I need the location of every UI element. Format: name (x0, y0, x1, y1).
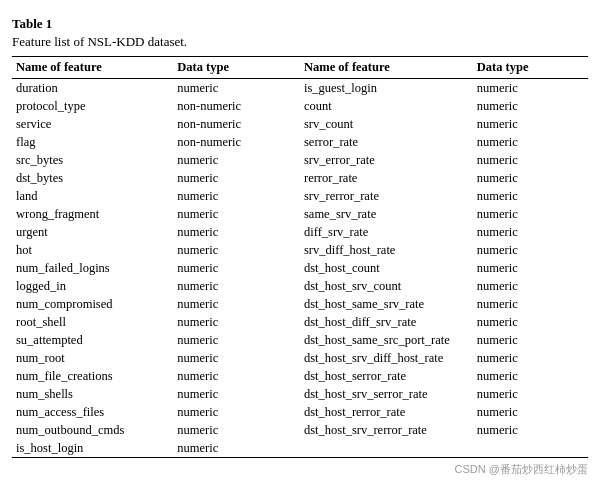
cell-r7-c2: same_srv_rate (300, 205, 473, 223)
cell-r13-c0: root_shell (12, 313, 173, 331)
cell-r18-c2: dst_host_rerror_rate (300, 403, 473, 421)
table-row: num_rootnumericdst_host_srv_diff_host_ra… (12, 349, 588, 367)
table-row: flagnon-numericserror_ratenumeric (12, 133, 588, 151)
cell-r0-c0: duration (12, 79, 173, 98)
watermark: CSDN @番茄炒西红柿炒蛋 (12, 462, 588, 477)
cell-r2-c3: numeric (473, 115, 588, 133)
cell-r12-c0: num_compromised (12, 295, 173, 313)
cell-r5-c2: rerror_rate (300, 169, 473, 187)
cell-r16-c1: numeric (173, 367, 300, 385)
table-header-row: Name of feature Data type Name of featur… (12, 57, 588, 79)
cell-r18-c0: num_access_files (12, 403, 173, 421)
table-row: num_failed_loginsnumericdst_host_countnu… (12, 259, 588, 277)
table-row: num_compromisednumericdst_host_same_srv_… (12, 295, 588, 313)
cell-r10-c3: numeric (473, 259, 588, 277)
cell-r15-c2: dst_host_srv_diff_host_rate (300, 349, 473, 367)
table-row: logged_innumericdst_host_srv_countnumeri… (12, 277, 588, 295)
cell-r4-c1: numeric (173, 151, 300, 169)
table-row: num_access_filesnumericdst_host_rerror_r… (12, 403, 588, 421)
feature-table: Name of feature Data type Name of featur… (12, 56, 588, 458)
cell-r14-c0: su_attempted (12, 331, 173, 349)
header-col2: Data type (173, 57, 300, 79)
cell-r1-c3: numeric (473, 97, 588, 115)
table-row: num_file_creationsnumericdst_host_serror… (12, 367, 588, 385)
cell-r6-c2: srv_rerror_rate (300, 187, 473, 205)
cell-r9-c1: numeric (173, 241, 300, 259)
cell-r19-c2: dst_host_srv_rerror_rate (300, 421, 473, 439)
cell-r20-c1: numeric (173, 439, 300, 458)
cell-r6-c3: numeric (473, 187, 588, 205)
header-col1: Name of feature (12, 57, 173, 79)
cell-r6-c0: land (12, 187, 173, 205)
cell-r0-c1: numeric (173, 79, 300, 98)
table-row: wrong_fragmentnumericsame_srv_ratenumeri… (12, 205, 588, 223)
table-row: servicenon-numericsrv_countnumeric (12, 115, 588, 133)
cell-r7-c0: wrong_fragment (12, 205, 173, 223)
cell-r7-c3: numeric (473, 205, 588, 223)
cell-r19-c0: num_outbound_cmds (12, 421, 173, 439)
cell-r9-c0: hot (12, 241, 173, 259)
table-row: su_attemptednumericdst_host_same_src_por… (12, 331, 588, 349)
cell-r4-c2: srv_error_rate (300, 151, 473, 169)
cell-r17-c2: dst_host_srv_serror_rate (300, 385, 473, 403)
cell-r20-c2 (300, 439, 473, 458)
cell-r8-c2: diff_srv_rate (300, 223, 473, 241)
cell-r11-c2: dst_host_srv_count (300, 277, 473, 295)
cell-r12-c1: numeric (173, 295, 300, 313)
cell-r0-c3: numeric (473, 79, 588, 98)
table-row: dst_bytesnumericrerror_ratenumeric (12, 169, 588, 187)
header-col3: Name of feature (300, 57, 473, 79)
cell-r15-c3: numeric (473, 349, 588, 367)
table-row: num_shellsnumericdst_host_srv_serror_rat… (12, 385, 588, 403)
cell-r1-c2: count (300, 97, 473, 115)
cell-r2-c1: non-numeric (173, 115, 300, 133)
cell-r11-c1: numeric (173, 277, 300, 295)
cell-r4-c0: src_bytes (12, 151, 173, 169)
cell-r19-c3: numeric (473, 421, 588, 439)
cell-r11-c3: numeric (473, 277, 588, 295)
cell-r13-c2: dst_host_diff_srv_rate (300, 313, 473, 331)
cell-r2-c0: service (12, 115, 173, 133)
cell-r16-c3: numeric (473, 367, 588, 385)
cell-r20-c0: is_host_login (12, 439, 173, 458)
cell-r0-c2: is_guest_login (300, 79, 473, 98)
table-row: durationnumericis_guest_loginnumeric (12, 79, 588, 98)
header-col4: Data type (473, 57, 588, 79)
cell-r15-c1: numeric (173, 349, 300, 367)
cell-r11-c0: logged_in (12, 277, 173, 295)
cell-r1-c0: protocol_type (12, 97, 173, 115)
cell-r14-c1: numeric (173, 331, 300, 349)
cell-r8-c3: numeric (473, 223, 588, 241)
cell-r18-c3: numeric (473, 403, 588, 421)
cell-r17-c3: numeric (473, 385, 588, 403)
cell-r3-c3: numeric (473, 133, 588, 151)
cell-r16-c2: dst_host_serror_rate (300, 367, 473, 385)
cell-r9-c2: srv_diff_host_rate (300, 241, 473, 259)
cell-r5-c1: numeric (173, 169, 300, 187)
cell-r1-c1: non-numeric (173, 97, 300, 115)
cell-r10-c1: numeric (173, 259, 300, 277)
cell-r9-c3: numeric (473, 241, 588, 259)
cell-r3-c0: flag (12, 133, 173, 151)
cell-r17-c0: num_shells (12, 385, 173, 403)
cell-r14-c3: numeric (473, 331, 588, 349)
cell-r8-c0: urgent (12, 223, 173, 241)
cell-r3-c2: serror_rate (300, 133, 473, 151)
table-row: landnumericsrv_rerror_ratenumeric (12, 187, 588, 205)
cell-r20-c3 (473, 439, 588, 458)
cell-r13-c1: numeric (173, 313, 300, 331)
cell-r16-c0: num_file_creations (12, 367, 173, 385)
cell-r5-c0: dst_bytes (12, 169, 173, 187)
cell-r6-c1: numeric (173, 187, 300, 205)
cell-r18-c1: numeric (173, 403, 300, 421)
table-row: root_shellnumericdst_host_diff_srv_raten… (12, 313, 588, 331)
cell-r19-c1: numeric (173, 421, 300, 439)
table-row: protocol_typenon-numericcountnumeric (12, 97, 588, 115)
table-title: Table 1 (12, 16, 588, 32)
cell-r2-c2: srv_count (300, 115, 473, 133)
table-row: hotnumericsrv_diff_host_ratenumeric (12, 241, 588, 259)
table-row: num_outbound_cmdsnumericdst_host_srv_rer… (12, 421, 588, 439)
cell-r4-c3: numeric (473, 151, 588, 169)
cell-r12-c2: dst_host_same_srv_rate (300, 295, 473, 313)
cell-r12-c3: numeric (473, 295, 588, 313)
